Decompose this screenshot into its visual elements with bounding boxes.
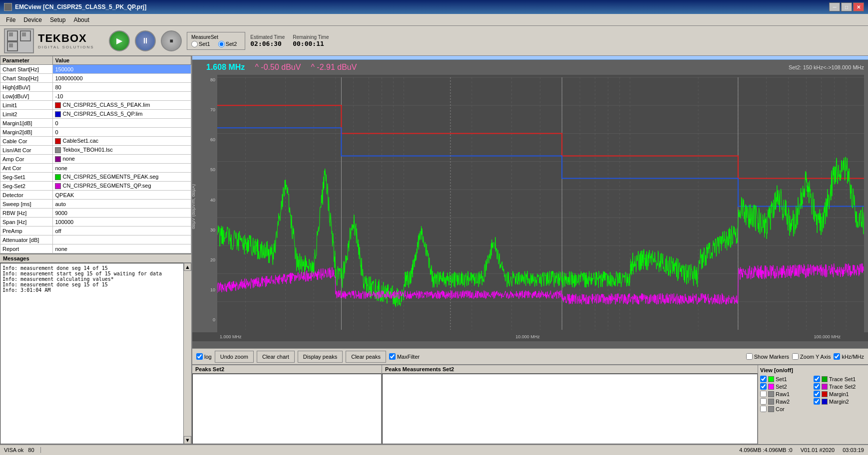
display-peaks-button[interactable]: Display peaks (298, 351, 343, 363)
khz-mhz-label[interactable]: kHz/MHz (834, 353, 864, 360)
view-item-label: Trace Set2 (829, 384, 856, 390)
param-value: 0 (53, 128, 191, 137)
log-checkbox[interactable] (196, 353, 203, 360)
view-color-swatch (768, 384, 774, 390)
memory-status: 4.096MB :4.096MB :0 (739, 447, 792, 453)
pause-button[interactable]: ⏸ (135, 30, 156, 51)
param-row: Ant Cornone (0, 164, 191, 173)
view-checkbox[interactable] (814, 383, 820, 390)
param-value[interactable]: 150000 (53, 65, 191, 74)
peaks-set2-content[interactable] (192, 374, 382, 444)
view-checkbox[interactable] (760, 406, 767, 412)
param-name: Ant Cor (0, 164, 53, 173)
scroll-up-button[interactable]: ▲ (184, 263, 191, 271)
view-panel: View [on/off] Set1Trace Set1Set2Trace Se… (758, 365, 868, 444)
param-name: Seg-Set2 (0, 182, 53, 191)
left-panel: Parameter Value Chart Start[Hz]150000Cha… (0, 56, 192, 444)
minimize-button[interactable]: ─ (829, 2, 840, 11)
value-header: Value (53, 56, 191, 65)
khz-mhz-checkbox[interactable] (834, 353, 840, 360)
messages-title: Messages (0, 254, 191, 263)
estimated-time-field: Estimated Time 02:06:30 (250, 34, 285, 47)
view-checkbox[interactable] (760, 383, 767, 390)
param-value: 9000 (53, 209, 191, 218)
undo-zoom-button[interactable]: Undo zoom (215, 351, 254, 363)
menu-file[interactable]: File (2, 15, 19, 24)
color-swatch (55, 111, 61, 117)
play-button[interactable]: ▶ (109, 30, 130, 51)
messages-content[interactable]: Info: measurement done seg 14 of 15Info:… (0, 263, 191, 444)
show-markers-label[interactable]: Show Markers (746, 353, 789, 360)
x-label-1mhz: 1.000 MHz (220, 334, 242, 339)
log-label: log (204, 354, 212, 360)
stop-button[interactable]: ■ (161, 30, 182, 51)
view-item[interactable]: Raw1 (760, 391, 813, 397)
remaining-time-field: Remaining Time 00:00:11 (293, 34, 329, 47)
color-swatch (55, 156, 61, 162)
visa-value: 80 (28, 447, 34, 453)
chart-container: 1 1.608 MHz ^ -0.50 dBuV ^ -2.91 dBuV Se… (192, 60, 868, 348)
param-value: none (53, 155, 191, 164)
view-grid: Set1Trace Set1Set2Trace Set2Raw1Margin1R… (760, 376, 866, 412)
window-controls: ─ □ ✕ (829, 2, 864, 11)
scroll-down-button[interactable]: ▼ (184, 436, 191, 444)
clear-peaks-button[interactable]: Clear peaks (346, 351, 386, 363)
view-item[interactable]: Set1 (760, 376, 813, 382)
view-checkbox[interactable] (814, 376, 820, 382)
view-item[interactable]: Margin1 (814, 391, 866, 397)
color-swatch (55, 102, 61, 108)
view-checkbox[interactable] (814, 398, 820, 405)
param-row: Limit2CN_CISPR25_CLASS_5_QP.lim (0, 110, 191, 119)
view-checkbox[interactable] (760, 391, 767, 397)
main-area: Parameter Value Chart Start[Hz]150000Cha… (0, 56, 868, 444)
chart-plot-area[interactable] (217, 75, 864, 332)
param-row: Seg-Set1CN_CISPR25_SEGMENTS_PEAK.seg (0, 173, 191, 182)
zoom-y-checkbox[interactable] (792, 353, 799, 360)
param-name: RBW [Hz] (0, 209, 53, 218)
remaining-time-value: 00:00:11 (293, 40, 329, 47)
view-item[interactable]: Cor (760, 406, 813, 412)
set1-radio[interactable] (191, 41, 198, 47)
maximize-button[interactable]: □ (841, 2, 852, 11)
view-item[interactable]: Margin2 (814, 398, 866, 405)
message-line: Info: measurement done seg 15 of 15 (2, 282, 189, 287)
param-name: Lisn/Att Cor (0, 146, 53, 155)
set2-radio-label[interactable]: Set2 (218, 41, 237, 47)
set1-radio-label[interactable]: Set1 (191, 41, 210, 47)
param-name: Amp Cor (0, 155, 53, 164)
logo-icon (4, 28, 34, 53)
view-checkbox[interactable] (760, 398, 767, 405)
maxfilter-checkbox-label[interactable]: MaxFilter (389, 353, 420, 360)
view-item[interactable]: Trace Set1 (814, 376, 866, 382)
svg-rect-3 (22, 32, 26, 36)
estimated-time-label: Estimated Time (250, 34, 285, 40)
menu-bar: File Device Setup About (0, 14, 868, 26)
zoom-y-label[interactable]: Zoom Y Axis (792, 353, 831, 360)
param-row: Amp Cornone (0, 155, 191, 164)
param-name: Sweep [ms] (0, 200, 53, 209)
view-item[interactable]: Raw2 (760, 398, 813, 405)
progress-bar (192, 56, 868, 60)
x-label-10mhz: 10.000 MHz (515, 334, 540, 339)
chart-value1: ^ -0.50 dBuV (255, 63, 301, 72)
view-item[interactable]: Trace Set2 (814, 383, 866, 390)
clear-chart-button[interactable]: Clear chart (257, 351, 295, 363)
param-value: 0 (53, 119, 191, 128)
menu-setup[interactable]: Setup (46, 15, 69, 24)
log-checkbox-label[interactable]: log (196, 353, 212, 360)
menu-device[interactable]: Device (19, 15, 46, 24)
param-value: 100000 (53, 218, 191, 227)
menu-about[interactable]: About (69, 15, 93, 24)
peaks-measurements-content[interactable] (382, 374, 758, 444)
close-button[interactable]: ✕ (853, 2, 864, 11)
view-item[interactable]: Set2 (760, 383, 813, 390)
view-checkbox[interactable] (814, 391, 820, 397)
view-color-swatch (768, 399, 774, 405)
maxfilter-checkbox[interactable] (389, 353, 396, 360)
view-checkbox[interactable] (760, 376, 767, 382)
param-row: PreAmpoff (0, 227, 191, 235)
view-item-label: Margin2 (829, 399, 849, 405)
set2-radio[interactable] (218, 41, 225, 47)
chart-frequency: 1.608 MHz (206, 63, 245, 72)
show-markers-checkbox[interactable] (746, 353, 753, 360)
